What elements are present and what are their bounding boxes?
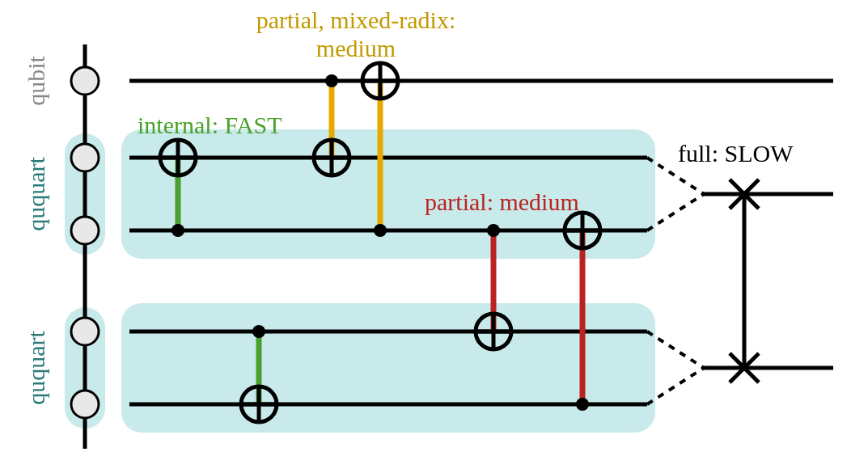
gate-mixed-1-control: [325, 74, 338, 87]
gate-internal-1-target: [160, 140, 196, 175]
gate-internal-1-control: [171, 224, 184, 237]
ququart1-node-b: [71, 217, 99, 244]
full-label: full: SLOW: [678, 140, 794, 167]
ququart2-wire-pill: [121, 303, 655, 433]
gate-partial-1-control: [487, 224, 500, 237]
internal-label: internal: FAST: [138, 112, 282, 138]
mixed-label-2: medium: [316, 35, 396, 61]
gate-internal-2-control: [252, 325, 265, 338]
collapse-1b: [647, 194, 704, 230]
circuit-diagram: qubit ququart ququart partial, mixed-rad…: [0, 0, 868, 473]
ququart2-label: ququart: [23, 331, 49, 405]
gate-partial-1-target: [476, 314, 511, 349]
ququart2-node-a: [71, 318, 99, 345]
collapse-2a: [647, 332, 704, 368]
partial-label: partial: medium: [425, 188, 579, 215]
gate-mixed-2-target: [362, 63, 398, 99]
ququart1-label: ququart: [23, 157, 49, 231]
qubit-node: [71, 67, 99, 95]
gate-mixed-2-control: [374, 224, 387, 237]
gate-internal-2-target: [241, 386, 277, 422]
gate-partial-2-target: [565, 213, 600, 248]
qubit-label: qubit: [23, 56, 49, 106]
ququart1-node-a: [71, 144, 99, 171]
mixed-label-1: partial, mixed-radix:: [256, 6, 456, 33]
collapse-2b: [647, 368, 704, 404]
gate-partial-2-control: [576, 398, 589, 411]
ququart2-node-b: [71, 391, 99, 418]
gate-mixed-1-target: [314, 140, 349, 175]
